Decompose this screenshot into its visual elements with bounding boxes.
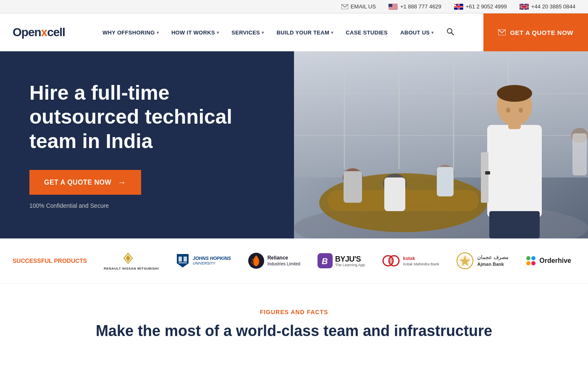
chevron-down-icon: ▾ <box>431 30 433 35</box>
phone-au-number: +61 2 9052 4999 <box>466 3 507 10</box>
logo-area[interactable]: Openxcell <box>0 13 92 51</box>
chevron-down-icon: ▾ <box>331 30 333 35</box>
byjus-name-text: BYJU'S <box>335 255 365 264</box>
rnm-logo-icon <box>120 251 143 266</box>
svg-rect-25 <box>520 6 529 7</box>
kotak-name-text: kotak <box>403 255 439 262</box>
svg-rect-5 <box>388 7 398 7</box>
svg-point-74 <box>526 261 530 265</box>
client-logo-jhu: JOHNS HOPKINS UNIVERSITY <box>172 253 235 268</box>
nav-about-us[interactable]: ABOUT US ▾ <box>394 13 440 51</box>
svg-rect-30 <box>294 51 588 177</box>
hero-section: Hire a full-time outsourced technical te… <box>0 51 588 238</box>
svg-point-73 <box>531 256 536 260</box>
nav-case-studies[interactable]: CASE STUDIES <box>340 13 394 51</box>
get-quote-header-button[interactable]: GET A QUOTE NOW <box>483 13 588 51</box>
svg-rect-62 <box>178 262 187 263</box>
svg-rect-8 <box>388 4 392 7</box>
reliance-text: Reliance Industries Limited <box>268 255 300 267</box>
nav-how-it-works[interactable]: HOW IT WORKS ▾ <box>165 13 225 51</box>
svg-text:B: B <box>322 257 328 266</box>
client-logo-orderhive: Orderhive <box>521 255 575 267</box>
figures-section: FIGURES AND FACTS Make the most of a wor… <box>0 283 588 352</box>
chevron-down-icon: ▾ <box>217 30 219 35</box>
svg-rect-13 <box>458 4 459 10</box>
clients-label: Successful Products <box>13 257 87 264</box>
chevron-down-icon: ▾ <box>262 30 264 35</box>
byjus-logo-icon: B <box>318 253 333 268</box>
ajman-text: مصرف عجمان Ajman Bank <box>477 254 508 267</box>
reliance-logo-icon <box>248 253 264 269</box>
jhu-shield-icon <box>176 253 189 268</box>
client-logo-ajman: مصرف عجمان Ajman Bank <box>452 252 512 270</box>
svg-rect-41 <box>384 177 405 211</box>
email-label: EMAIL US <box>351 3 376 10</box>
logo: Openxcell <box>13 26 65 39</box>
orderhive-logo-icon <box>525 255 537 267</box>
nav-services[interactable]: SERVICES ▾ <box>226 13 270 51</box>
client-logo-byjus: B BYJU'S The Learning App <box>313 253 369 268</box>
svg-rect-55 <box>485 171 490 175</box>
nav-why-offshoring[interactable]: WHY OFFSHORING ▾ <box>97 13 165 51</box>
main-nav: WHY OFFSHORING ▾ HOW IT WORKS ▾ SERVICES… <box>92 13 483 51</box>
phone-uk[interactable]: +44 20 3885 0844 <box>520 3 575 10</box>
svg-point-75 <box>531 261 536 265</box>
orderhive-name-text: Orderhive <box>539 257 571 265</box>
svg-rect-6 <box>388 8 398 8</box>
hero-image <box>294 51 588 238</box>
phone-uk-number: +44 20 3885 0844 <box>531 3 575 10</box>
svg-rect-43 <box>344 171 362 203</box>
kotak-logo-icon <box>382 252 400 270</box>
clients-logos: RENAULT NISSAN MITSUBISHI JOHNS HOPKINS … <box>100 251 575 270</box>
svg-rect-47 <box>487 125 542 217</box>
us-flag-icon <box>388 4 398 10</box>
hero-title: Hire a full-time outsourced technical te… <box>29 81 265 154</box>
svg-rect-46 <box>437 167 454 196</box>
svg-rect-7 <box>388 8 398 9</box>
search-icon[interactable] <box>441 28 460 37</box>
jhu-text: JOHNS HOPKINS UNIVERSITY <box>193 255 231 266</box>
arrow-right-icon: → <box>118 177 126 187</box>
svg-point-53 <box>506 108 510 113</box>
client-logo-reliance: Reliance Industries Limited <box>244 253 304 269</box>
au-flag-icon <box>454 4 463 10</box>
top-bar: EMAIL US +1 888 777 4629 +61 2 9052 4999 <box>0 0 588 13</box>
svg-rect-57 <box>572 133 587 175</box>
header: Openxcell WHY OFFSHORING ▾ HOW IT WORKS … <box>0 13 588 51</box>
hero-secure-text: 100% Confidential and Secure <box>29 202 265 209</box>
svg-rect-61 <box>184 257 187 262</box>
hero-cta-button[interactable]: GET A QUOTE NOW → <box>29 170 141 195</box>
svg-rect-51 <box>489 211 540 238</box>
nav-build-your-team[interactable]: BUILD YOUR TEAM ▾ <box>270 13 339 51</box>
svg-line-27 <box>451 32 454 35</box>
svg-rect-60 <box>178 257 182 262</box>
svg-point-72 <box>526 256 530 260</box>
rnm-text: RENAULT NISSAN MITSUBISHI <box>104 267 159 270</box>
figures-subtitle: FIGURES AND FACTS <box>13 309 575 315</box>
phone-au[interactable]: +61 2 9052 4999 <box>454 3 507 10</box>
clients-strip: Successful Products RENAULT NISSAN MITSU… <box>0 238 588 283</box>
ajman-logo-icon <box>456 252 474 270</box>
svg-point-54 <box>519 108 523 113</box>
hero-office-scene <box>294 51 588 238</box>
email-contact[interactable]: EMAIL US <box>341 3 376 10</box>
kotak-sub-text: Kotak Mahindra Bank <box>403 262 439 266</box>
byjus-sub-text: The Learning App <box>335 263 365 267</box>
svg-point-50 <box>497 85 532 102</box>
hero-content: Hire a full-time outsourced technical te… <box>0 51 294 238</box>
client-logo-kotak: kotak Kotak Mahindra Bank <box>378 252 444 270</box>
envelope-icon <box>498 29 506 35</box>
chevron-down-icon: ▾ <box>157 30 159 35</box>
uk-flag-icon <box>520 4 529 10</box>
phone-us-number: +1 888 777 4629 <box>400 3 441 10</box>
figures-title: Make the most of a world-class team and … <box>13 322 575 340</box>
client-logo-rnm: RENAULT NISSAN MITSUBISHI <box>100 251 163 270</box>
phone-us[interactable]: +1 888 777 4629 <box>388 3 441 10</box>
svg-point-68 <box>389 256 393 266</box>
svg-rect-52 <box>481 152 488 203</box>
